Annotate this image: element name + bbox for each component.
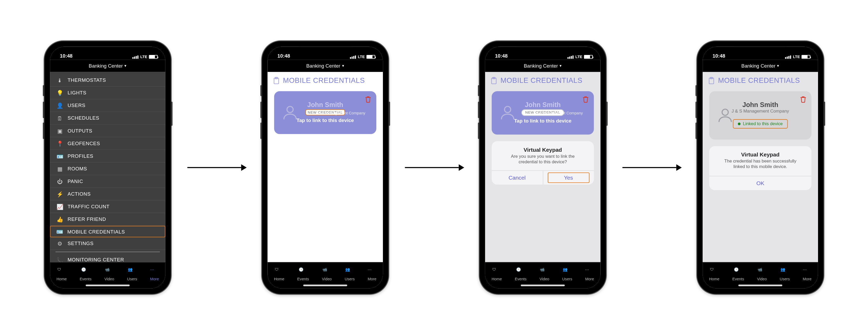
chart-icon: 📈 xyxy=(57,203,63,210)
tab-more[interactable]: ⋯More xyxy=(585,267,594,280)
alert-title: Virtual Keypad xyxy=(709,146,811,159)
tab-more[interactable]: ⋯More xyxy=(803,267,811,280)
home-indicator xyxy=(521,284,565,286)
cancel-button[interactable]: Cancel xyxy=(492,171,542,185)
menu-refer-friend[interactable]: 👍REFER FRIEND xyxy=(50,213,165,226)
tab-home[interactable]: 🛡Home xyxy=(57,267,67,280)
title-bar[interactable]: Banking Center▾ xyxy=(268,60,383,72)
pin-icon: 📍 xyxy=(57,140,63,147)
users-icon: 👥 xyxy=(780,267,789,276)
tab-events[interactable]: 🕓Events xyxy=(515,267,527,280)
status-time: 10:48 xyxy=(60,53,72,59)
clock-icon: 🕓 xyxy=(516,267,525,276)
linked-label: Linked to this device xyxy=(743,121,782,126)
tab-events[interactable]: 🕓Events xyxy=(80,267,92,280)
tab-events[interactable]: 🕓Events xyxy=(297,267,309,280)
tab-more[interactable]: ⋯More xyxy=(150,267,159,280)
tab-video[interactable]: 📹Video xyxy=(322,267,332,280)
tab-users[interactable]: 👥Users xyxy=(780,267,789,280)
credential-card[interactable]: John Smith NEW CREDENTIAL J & S Manageme… xyxy=(274,91,376,134)
bolt-icon: ⚡ xyxy=(57,191,63,197)
signal-bars-icon xyxy=(350,55,356,59)
svg-marker-11 xyxy=(676,164,682,171)
menu-geofences[interactable]: 📍GEOFENCES xyxy=(50,137,165,150)
clock-icon: 🕓 xyxy=(81,267,90,276)
mobile-credentials-title: MOBILE CREDENTIALS xyxy=(500,76,583,84)
menu-panic[interactable]: ⏻PANIC xyxy=(50,175,165,188)
more-icon: ⋯ xyxy=(150,267,159,276)
tab-events[interactable]: 🕓Events xyxy=(732,267,744,280)
battery-icon xyxy=(367,55,375,59)
trash-icon[interactable] xyxy=(364,96,372,103)
shield-icon: 🛡 xyxy=(57,267,66,276)
thumb-icon: 👍 xyxy=(57,216,63,222)
title-bar[interactable]: Banking Center ▾ xyxy=(50,60,165,72)
status-time: 10:48 xyxy=(713,53,725,59)
tab-video[interactable]: 📹Video xyxy=(104,267,114,280)
more-icon: ⋯ xyxy=(585,267,594,276)
location-title: Banking Center xyxy=(524,63,558,69)
shield-icon: 🛡 xyxy=(492,267,501,276)
home-indicator xyxy=(86,284,130,286)
rooms-icon: ▦ xyxy=(57,165,63,172)
workflow-diagram: 10:48 LTE Banking Center ▾ 🌡THERMOSTATS … xyxy=(0,0,868,335)
credential-company: J & S Management Company xyxy=(315,111,365,115)
credential-card[interactable]: John Smith NEW CREDENTIAL J & S Manageme… xyxy=(492,91,594,134)
tab-users[interactable]: 👥Users xyxy=(562,267,572,280)
tab-home[interactable]: 🛡Home xyxy=(492,267,502,280)
tab-home[interactable]: 🛡Home xyxy=(274,267,284,280)
trash-icon[interactable] xyxy=(582,96,590,103)
more-icon: ⋯ xyxy=(368,267,376,276)
clipboard-icon xyxy=(273,77,280,84)
user-icon: 👤 xyxy=(57,102,63,109)
menu-mobile-credentials[interactable]: 🪪MOBILE CREDENTIALS xyxy=(50,226,165,238)
chevron-down-icon: ▾ xyxy=(342,64,344,68)
tab-home[interactable]: 🛡Home xyxy=(709,267,719,280)
svg-marker-1 xyxy=(241,164,247,171)
menu-outputs[interactable]: ▣OUTPUTS xyxy=(50,125,165,137)
avatar-icon xyxy=(499,104,516,120)
title-bar[interactable]: Banking Center▾ xyxy=(485,60,600,72)
video-icon: 📹 xyxy=(322,267,331,276)
credential-company: J & S Management Company xyxy=(533,111,583,115)
mobile-credentials-header: MOBILE CREDENTIALS xyxy=(485,72,600,87)
menu-settings[interactable]: ⚙SETTINGS xyxy=(50,238,165,250)
trash-icon[interactable] xyxy=(799,96,807,103)
menu-traffic-count[interactable]: 📈TRAFFIC COUNT xyxy=(50,201,165,213)
menu-thermostats[interactable]: 🌡THERMOSTATS xyxy=(50,74,165,87)
battery-icon xyxy=(149,55,157,59)
clipboard-icon xyxy=(491,77,497,84)
thermometer-icon: 🌡 xyxy=(57,77,63,83)
menu-schedules[interactable]: 🗓SCHEDULES xyxy=(50,112,165,125)
alert-message: The credential has been successfully lin… xyxy=(709,159,811,176)
menu-lights[interactable]: 💡LIGHTS xyxy=(50,87,165,99)
status-dot-icon xyxy=(738,123,741,125)
credential-card-linked[interactable]: John Smith J & S Management Company Link… xyxy=(709,91,811,140)
signal-bars-icon xyxy=(785,55,791,59)
mobile-credentials-title: MOBILE CREDENTIALS xyxy=(283,76,365,84)
clock-icon: 🕓 xyxy=(734,267,743,276)
menu-monitoring-center[interactable]: 📞MONITORING CENTER xyxy=(50,254,165,262)
tab-users[interactable]: 👥Users xyxy=(345,267,355,280)
users-icon: 👥 xyxy=(128,267,136,276)
menu-profiles[interactable]: 🪪PROFILES xyxy=(50,150,165,162)
tab-video[interactable]: 📹Video xyxy=(539,267,549,280)
menu-actions[interactable]: ⚡ACTIONS xyxy=(50,188,165,201)
users-icon: 👥 xyxy=(563,267,571,276)
more-icon: ⋯ xyxy=(803,267,811,276)
mobile-credentials-header: MOBILE CREDENTIALS xyxy=(268,72,383,87)
tab-users[interactable]: 👥Users xyxy=(127,267,137,280)
carrier-label: LTE xyxy=(793,55,800,59)
ok-button[interactable]: OK xyxy=(709,176,811,190)
phone-step-3: 10:48 LTE Banking Center▾ MOBILE CREDENT… xyxy=(479,41,606,294)
svg-marker-6 xyxy=(459,164,464,171)
menu-rooms[interactable]: ▦ROOMS xyxy=(50,162,165,175)
avatar-icon xyxy=(282,104,299,120)
carrier-label: LTE xyxy=(358,55,365,59)
tab-more[interactable]: ⋯More xyxy=(368,267,376,280)
svg-point-9 xyxy=(505,106,511,113)
menu-users[interactable]: 👤USERS xyxy=(50,99,165,112)
yes-button[interactable]: Yes xyxy=(542,171,594,185)
title-bar[interactable]: Banking Center▾ xyxy=(703,60,818,72)
tab-video[interactable]: 📹Video xyxy=(757,267,767,280)
